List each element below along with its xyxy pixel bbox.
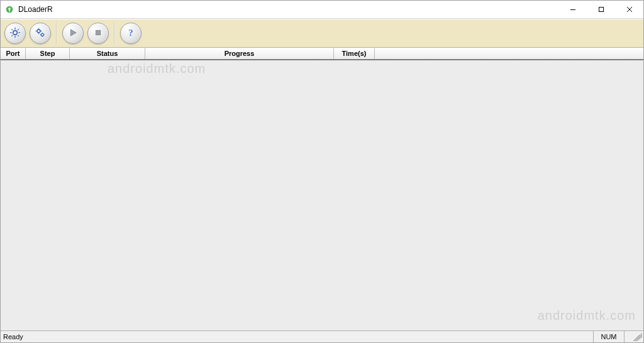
svg-text:?: ?: [128, 28, 133, 38]
svg-point-3: [13, 30, 18, 35]
numlock-indicator: NUM: [593, 331, 625, 342]
resize-grip-icon[interactable]: [633, 332, 642, 341]
window-title: DLoaderR: [18, 5, 53, 14]
column-headers: Port Step Status Progress Time(s): [1, 48, 643, 60]
maximize-button[interactable]: [587, 1, 615, 18]
column-header-filler: [375, 48, 643, 59]
svg-point-5: [41, 33, 43, 36]
column-header-step[interactable]: Step: [26, 48, 70, 59]
stop-icon: [92, 27, 104, 40]
help-button[interactable]: ?: [120, 23, 142, 44]
status-bar: Ready NUM: [1, 330, 643, 342]
app-window: DLoaderR: [0, 0, 644, 343]
column-header-progress[interactable]: Progress: [145, 48, 334, 59]
column-header-time[interactable]: Time(s): [334, 48, 375, 59]
titlebar: DLoaderR: [1, 1, 643, 19]
column-header-status[interactable]: Status: [70, 48, 145, 59]
config-button[interactable]: [30, 23, 51, 44]
svg-rect-1: [570, 9, 575, 10]
status-text: Ready: [1, 333, 23, 340]
close-button[interactable]: [615, 1, 643, 18]
svg-rect-6: [96, 30, 101, 35]
app-icon: [4, 4, 14, 14]
window-controls: [558, 1, 643, 18]
toolbar-separator: [114, 22, 115, 45]
svg-rect-2: [599, 8, 603, 12]
gears-icon: [34, 26, 47, 41]
svg-point-4: [37, 30, 40, 33]
play-icon: [67, 27, 79, 40]
toolbar: ?: [1, 19, 643, 48]
help-icon: ?: [125, 26, 137, 41]
gear-icon: [9, 26, 21, 41]
grid-body[interactable]: androidmtk.com androidmtk.com: [1, 60, 643, 330]
minimize-button[interactable]: [558, 1, 587, 18]
watermark: androidmtk.com: [108, 62, 206, 76]
stop-button[interactable]: [87, 23, 109, 44]
toolbar-separator: [56, 22, 57, 45]
watermark: androidmtk.com: [538, 308, 636, 323]
start-button[interactable]: [62, 23, 84, 44]
settings-button[interactable]: [4, 23, 26, 44]
column-header-port[interactable]: Port: [1, 48, 26, 59]
